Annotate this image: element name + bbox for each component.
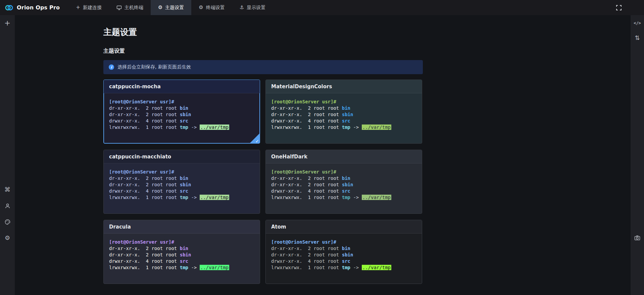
line-text: dr-xr-xr-x. 2 root root <box>271 252 342 257</box>
theme-name: Dracula <box>109 224 131 230</box>
nav-display-settings[interactable]: ⚓ 显示设置 <box>232 0 273 15</box>
theme-card-onehalfdark[interactable]: OneHalfDark [root@OrionServer usr]# dr-x… <box>265 150 422 214</box>
top-navbar: Orion Ops Pro + 新建连接 主机终端 ⚙ 主题设置 ⚙ 终端设置 … <box>0 0 644 15</box>
right-sidebar: </> ⇅ <box>631 15 644 295</box>
theme-card-catppuccin-macchiato[interactable]: catppuccin-macchiato [root@OrionServer u… <box>103 150 260 214</box>
line-text: dr-xr-xr-x. 2 root root <box>271 176 342 181</box>
app-title: Orion Ops Pro <box>17 4 60 11</box>
line-text: lrwxrwxrwx. 1 root root <box>271 195 342 200</box>
arrow-text: -> <box>350 265 362 270</box>
left-sidebar: + ⌘ ⚙ <box>0 15 15 295</box>
terminal-prompt: [root@OrionServer usr]# <box>109 169 254 175</box>
theme-cards-grid: catppuccin-mocha [root@OrionServer usr]#… <box>103 80 423 284</box>
code-icon[interactable]: </> <box>633 19 641 27</box>
line-text: drwxr-xr-x. 4 root root <box>271 258 342 264</box>
terminal-preview: [root@OrionServer usr]# dr-xr-xr-x. 2 ro… <box>266 234 422 284</box>
gear-icon[interactable]: ⚙ <box>3 234 11 242</box>
dir-name: sbin <box>180 182 191 187</box>
terminal-line: dr-xr-xr-x. 2 root root bin <box>109 105 254 111</box>
terminal-line: drwxr-xr-x. 4 root root src <box>271 258 416 264</box>
theme-card-catppuccin-mocha[interactable]: catppuccin-mocha [root@OrionServer usr]#… <box>103 80 260 144</box>
nav-label: 新建连接 <box>83 5 102 11</box>
terminal-preview: [root@OrionServer usr]# dr-xr-xr-x. 2 ro… <box>266 93 422 143</box>
nav-host-terminal[interactable]: 主机终端 <box>109 0 151 15</box>
section-title: 主题设置 <box>103 48 423 55</box>
dir-name: bin <box>342 176 350 181</box>
line-text: dr-xr-xr-x. 2 root root <box>271 105 342 111</box>
line-text: dr-xr-xr-x. 2 root root <box>109 252 180 257</box>
line-text: dr-xr-xr-x. 2 root root <box>109 176 180 181</box>
nav-theme-settings[interactable]: ⚙ 主题设置 <box>151 0 191 15</box>
symlink-name: tmp <box>180 195 188 200</box>
dir-name: src <box>342 188 350 194</box>
terminal-line: drwxr-xr-x. 4 root root src <box>271 118 416 124</box>
theme-card-header: OneHalfDark <box>266 150 422 163</box>
nav-new-connection[interactable]: + 新建连接 <box>68 0 109 15</box>
line-text: drwxr-xr-x. 4 root root <box>271 188 342 194</box>
terminal-prompt: [root@OrionServer usr]# <box>271 169 416 175</box>
terminal-line: dr-xr-xr-x. 2 root root sbin <box>271 182 416 188</box>
line-text: drwxr-xr-x. 4 root root <box>271 118 342 124</box>
symlink-target: ../var/tmp <box>200 125 229 130</box>
dir-name: sbin <box>342 182 353 187</box>
dir-name: bin <box>342 105 350 111</box>
symlink-target: ../var/tmp <box>362 265 391 270</box>
terminal-line: dr-xr-xr-x. 2 root root sbin <box>271 111 416 118</box>
nav-label: 显示设置 <box>247 5 265 11</box>
symlink-target: ../var/tmp <box>200 265 229 270</box>
theme-name: OneHalfDark <box>271 154 307 160</box>
line-text: dr-xr-xr-x. 2 root root <box>109 246 180 251</box>
symlink-name: tmp <box>342 265 350 270</box>
theme-card-header: catppuccin-macchiato <box>104 150 260 163</box>
terminal-prompt: [root@OrionServer usr]# <box>109 239 254 245</box>
terminal-prompt: [root@OrionServer usr]# <box>271 99 416 105</box>
terminal-prompt: [root@OrionServer usr]# <box>109 99 254 105</box>
terminal-line: dr-xr-xr-x. 2 root root sbin <box>109 111 254 118</box>
terminal-line: lrwxrwxrwx. 1 root root tmp -> ../var/tm… <box>271 194 416 201</box>
arrow-text: -> <box>188 125 200 130</box>
user-icon[interactable] <box>3 202 11 210</box>
left-rail-top: + <box>3 15 11 27</box>
arrow-text: -> <box>188 195 200 200</box>
theme-card-header: MaterialDesignColors <box>266 80 422 93</box>
dir-name: sbin <box>342 112 353 117</box>
line-text: lrwxrwxrwx. 1 root root <box>109 195 180 200</box>
check-icon: ✓ <box>255 139 259 144</box>
left-rail-bottom: ⌘ ⚙ <box>3 186 11 242</box>
page-title: 主题设置 <box>103 27 423 38</box>
theme-card-header: catppuccin-mocha <box>104 80 260 93</box>
theme-card-header: Dracula <box>104 220 260 234</box>
terminal-line: dr-xr-xr-x. 2 root root bin <box>271 175 416 182</box>
terminal-line: drwxr-xr-x. 4 root root src <box>109 188 254 194</box>
terminal-line: dr-xr-xr-x. 2 root root sbin <box>109 252 254 258</box>
terminal-line: drwxr-xr-x. 4 root root src <box>109 118 254 124</box>
fullscreen-icon[interactable] <box>612 0 626 15</box>
right-rail-top: </> ⇅ <box>633 15 641 42</box>
line-text: drwxr-xr-x. 4 root root <box>109 118 180 124</box>
sort-arrows-icon[interactable]: ⇅ <box>633 34 641 42</box>
dir-name: src <box>342 118 350 124</box>
nav-terminal-settings[interactable]: ⚙ 终端设置 <box>191 0 232 15</box>
dir-name: bin <box>180 105 188 111</box>
theme-card-atom[interactable]: Atom [root@OrionServer usr]# dr-xr-xr-x.… <box>265 220 422 284</box>
camera-icon[interactable] <box>633 234 641 242</box>
terminal-line: dr-xr-xr-x. 2 root root sbin <box>109 182 254 188</box>
terminal-preview: [root@OrionServer usr]# dr-xr-xr-x. 2 ro… <box>104 163 260 213</box>
dir-name: bin <box>342 246 350 251</box>
alert-text: 选择后会立刻保存, 刷新页面后生效 <box>117 64 191 70</box>
terminal-preview: [root@OrionServer usr]# dr-xr-xr-x. 2 ro… <box>104 93 260 143</box>
info-icon: i <box>109 64 114 70</box>
terminal-line: lrwxrwxrwx. 1 root root tmp -> ../var/tm… <box>109 264 254 271</box>
new-tab-icon[interactable]: + <box>3 19 11 27</box>
theme-card-materialdesigncolors[interactable]: MaterialDesignColors [root@OrionServer u… <box>265 80 422 144</box>
gear-icon: ⚙ <box>158 5 162 10</box>
line-text: lrwxrwxrwx. 1 root root <box>271 125 342 130</box>
theme-palette-icon[interactable] <box>3 218 11 226</box>
terminal-line: lrwxrwxrwx. 1 root root tmp -> ../var/tm… <box>271 124 416 131</box>
theme-name: catppuccin-mocha <box>109 84 161 90</box>
command-icon[interactable]: ⌘ <box>3 186 11 194</box>
right-rail-bottom <box>633 234 641 242</box>
theme-card-dracula[interactable]: Dracula [root@OrionServer usr]# dr-xr-xr… <box>103 220 260 284</box>
dir-name: src <box>180 188 188 194</box>
main-content: 主题设置 主题设置 i 选择后会立刻保存, 刷新页面后生效 catppuccin… <box>15 15 631 295</box>
